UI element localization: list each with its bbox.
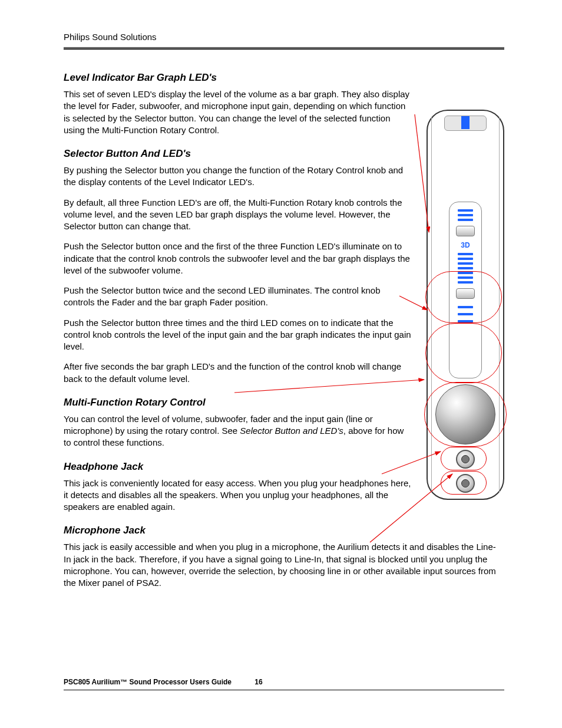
para: By default, all three Function LED's are… xyxy=(64,197,411,233)
cross-reference: Selector Button and LED's xyxy=(240,426,343,436)
device-figure: 3D xyxy=(427,110,504,500)
text-column: Level Indicator Bar Graph LED's This set… xyxy=(64,72,411,589)
running-header: Philips Sound Solutions xyxy=(64,32,504,47)
selector-button-icon xyxy=(456,288,475,299)
para: After five seconds the bar graph LED's a… xyxy=(64,361,411,385)
page-footer: PSC805 Aurilium™ Sound Processor Users G… xyxy=(64,678,263,686)
content-frame: Philips Sound Solutions Level Indicator … xyxy=(64,32,504,690)
level-led-icon xyxy=(458,267,473,269)
para: You can control the level of volume, sub… xyxy=(64,413,411,449)
para: This jack is easily accessible and when … xyxy=(64,541,500,589)
heading-selector: Selector Button And LED's xyxy=(64,148,411,160)
label-3d: 3D xyxy=(461,241,470,249)
sd-slot-icon xyxy=(444,116,487,131)
level-led-icon xyxy=(458,272,473,274)
level-led-icon xyxy=(458,209,473,212)
para: This set of seven LED's display the leve… xyxy=(64,88,411,136)
para: This jack is conveniently located for ea… xyxy=(64,477,411,513)
level-led-icon xyxy=(458,253,473,255)
heading-level-indicator: Level Indicator Bar Graph LED's xyxy=(64,72,411,84)
level-led-icon xyxy=(458,214,473,216)
microphone-jack-icon xyxy=(456,474,475,493)
para: Push the Selector button three times and… xyxy=(64,317,411,353)
para: By pushing the Selector button you chang… xyxy=(64,164,411,189)
level-led-icon xyxy=(458,258,473,260)
footer-title: PSC805 Aurilium™ Sound Processor Users G… xyxy=(64,678,232,686)
heading-rotary: Multi-Function Rotary Control xyxy=(64,397,411,409)
selector-button-icon xyxy=(456,226,475,236)
level-led-icon xyxy=(458,276,473,279)
heading-headphone: Headphone Jack xyxy=(64,461,411,473)
led-panel: 3D xyxy=(449,202,482,378)
para: Push the Selector button once and the fi… xyxy=(64,241,411,276)
rotary-knob-icon xyxy=(435,384,495,444)
footer-page-number: 16 xyxy=(254,678,262,686)
level-led-icon xyxy=(458,219,473,221)
heading-microphone: Microphone Jack xyxy=(64,525,411,536)
function-led-icon xyxy=(458,320,473,322)
headphone-jack-icon xyxy=(456,450,475,469)
para: Push the Selector button twice and the s… xyxy=(64,285,411,309)
level-led-icon xyxy=(458,262,473,265)
level-led-icon xyxy=(458,281,473,284)
function-led-icon xyxy=(458,313,473,315)
function-led-icon xyxy=(458,306,473,308)
